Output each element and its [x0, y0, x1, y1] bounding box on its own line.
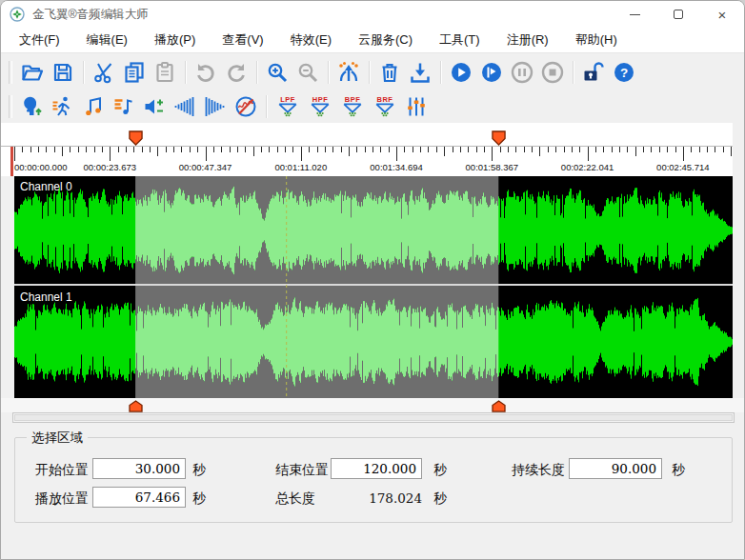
fade-out-button[interactable] [201, 91, 230, 122]
ruler-tick [643, 147, 644, 152]
ruler-tick [317, 147, 318, 152]
band-reject-filter-button[interactable]: BRF [370, 91, 400, 122]
time-ruler[interactable] [1, 146, 733, 161]
toolbar-gripper[interactable] [9, 95, 12, 118]
ruler-tick [230, 147, 231, 152]
copy-button[interactable] [120, 57, 149, 88]
ruler-tick [197, 147, 198, 152]
toolbar-gripper[interactable] [9, 61, 12, 84]
ruler-tick [46, 147, 47, 152]
redo-button[interactable] [222, 57, 251, 88]
selection-end-marker-bottom[interactable] [492, 399, 506, 411]
end-position-label: 结束位置 [275, 462, 329, 479]
waveform-display[interactable] [14, 176, 733, 398]
play-icon [450, 61, 473, 84]
menu-item-effects[interactable]: 特效(E) [282, 29, 340, 51]
undo-button[interactable] [191, 57, 220, 88]
menu-item-tools[interactable]: 工具(T) [431, 29, 489, 51]
open-file-button[interactable] [18, 57, 47, 88]
maximize-button[interactable] [656, 1, 700, 28]
menu-item-file[interactable]: 文件(F) [10, 29, 69, 51]
paste-button[interactable] [151, 57, 179, 88]
ruler-tick [245, 147, 246, 152]
app-window: 金飞翼®音频编辑大师 × 文件(F) 编辑(E) 播放(P) 查看(V) 特效(… [0, 0, 745, 560]
ruler-tick [539, 147, 540, 156]
scrollbar-thumb[interactable] [14, 414, 733, 421]
selection-start-marker-bottom[interactable] [129, 399, 143, 411]
ruler-tick [564, 147, 565, 152]
voice-button[interactable] [18, 91, 47, 122]
ruler-tick [349, 147, 350, 156]
close-icon: × [718, 7, 727, 23]
ruler-tick [651, 147, 652, 152]
ruler-tick [292, 147, 293, 152]
end-position-input[interactable] [331, 458, 422, 479]
menu-item-cloud[interactable]: 云服务(C) [350, 29, 421, 51]
ruler-tick [38, 147, 39, 152]
ruler-tick [619, 147, 620, 152]
delete-button[interactable] [375, 57, 404, 88]
band-pass-filter-icon [342, 103, 363, 117]
channel-1-label: Channel 1 [20, 290, 72, 304]
minimize-button[interactable] [613, 1, 656, 28]
play-button[interactable] [447, 57, 475, 88]
ruler-tick [309, 147, 310, 152]
zoom-in-button[interactable] [263, 57, 292, 88]
menu-item-edit[interactable]: 编辑(E) [78, 29, 136, 51]
ruler-time-label: 00:02:22.041 [561, 162, 614, 172]
mix-button[interactable] [334, 57, 363, 88]
start-position-input[interactable] [92, 458, 186, 479]
volume-button[interactable] [140, 91, 169, 122]
pause-button[interactable] [508, 57, 536, 88]
sliders-button[interactable] [402, 91, 431, 122]
menu-item-register[interactable]: 注册(R) [498, 29, 557, 51]
ruler-tick [468, 147, 469, 152]
close-button[interactable]: × [700, 1, 744, 28]
music-notes-button[interactable] [79, 91, 108, 122]
menu-item-view[interactable]: 查看(V) [213, 29, 272, 51]
note-equalizer-button[interactable] [110, 91, 138, 122]
selection-start-marker-top[interactable] [129, 130, 143, 146]
high-pass-filter-button[interactable]: HPF [305, 91, 335, 122]
cut-icon [92, 61, 115, 84]
waveform-canvas[interactable] [14, 176, 733, 398]
time-ruler-labels: 00:00:00.00000:00:23.67300:00:47.34700:0… [1, 161, 733, 176]
end-position-unit: 秒 [433, 462, 447, 479]
ruler-tick [731, 147, 732, 156]
save-file-icon [51, 61, 74, 84]
title-bar: 金飞翼®音频编辑大师 × [1, 1, 744, 28]
ruler-tick [484, 147, 485, 152]
menu-item-help[interactable]: 帮助(H) [567, 29, 626, 51]
menu-item-play[interactable]: 播放(P) [146, 29, 204, 51]
band-pass-filter-button[interactable]: BPF [337, 91, 368, 122]
start-position-unit: 秒 [192, 462, 206, 479]
play-position-label: 播放位置 [35, 490, 89, 508]
duration-input[interactable] [569, 458, 662, 479]
stop-button[interactable] [538, 57, 567, 88]
ruler-tick [30, 147, 31, 152]
copy-icon [123, 61, 146, 84]
zoom-out-button[interactable] [293, 57, 322, 88]
low-pass-filter-button[interactable]: LPF [272, 91, 303, 122]
play-position-input[interactable] [92, 487, 186, 508]
volume-icon [143, 95, 166, 118]
cut-button[interactable] [90, 57, 118, 88]
ruler-time-label: 00:00:23.673 [84, 162, 136, 172]
lock-button[interactable] [579, 57, 608, 88]
save-file-button[interactable] [49, 57, 77, 88]
ruler-tick [70, 147, 70, 152]
ruler-tick [453, 147, 453, 152]
ruler-tick [707, 147, 708, 152]
play-selection-button[interactable] [477, 57, 506, 88]
help-button[interactable]: ? [610, 57, 638, 88]
ruler-tick [86, 147, 87, 152]
horizontal-scrollbar[interactable] [12, 412, 735, 423]
insert-button[interactable] [406, 57, 434, 88]
noise-reduction-button[interactable] [232, 91, 260, 122]
ruler-tick [142, 147, 143, 152]
selection-end-marker-top[interactable] [492, 130, 506, 146]
ruler-tick [555, 147, 556, 152]
stop-icon [541, 61, 564, 84]
fade-in-button[interactable] [171, 91, 199, 122]
tempo-button[interactable] [49, 91, 77, 122]
